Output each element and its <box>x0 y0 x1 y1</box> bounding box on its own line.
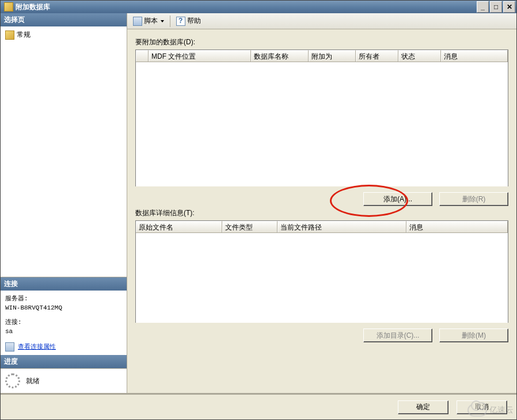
col-current-path[interactable]: 当前文件路径 <box>277 221 406 232</box>
progress-status: 就绪 <box>26 376 40 386</box>
split-area: 选择页 常规 连接 服务器: WIN-B8RVQT412MQ 连接: sa <box>1 13 516 394</box>
attach-grid-body[interactable] <box>136 62 508 186</box>
col-message[interactable]: 消息 <box>441 50 508 62</box>
connection-label: 连接: <box>5 318 122 327</box>
details-grid[interactable]: 原始文件名 文件类型 当前文件路径 消息 <box>135 220 508 323</box>
col-mdf-path[interactable]: MDF 文件位置 <box>149 50 251 62</box>
progress-body: 就绪 <box>1 368 127 393</box>
col-owner[interactable]: 所有者 <box>356 50 398 62</box>
col-selector[interactable] <box>136 50 149 62</box>
maximize-button[interactable]: □ <box>490 1 502 13</box>
cloud-icon <box>467 404 487 417</box>
progress-spinner-icon <box>5 373 20 388</box>
script-button[interactable]: 脚本 <box>131 15 166 27</box>
ok-button[interactable]: 确定 <box>398 400 448 414</box>
col-attach-as[interactable]: 附加为 <box>309 50 356 62</box>
watermark-text: 亿速云 <box>489 405 514 415</box>
dialog-footer: 确定 取消 <box>1 394 516 419</box>
col-status[interactable]: 状态 <box>398 50 441 62</box>
select-page-header: 选择页 <box>1 13 127 26</box>
server-value: WIN-B8RVQT412MQ <box>5 303 122 313</box>
chevron-down-icon <box>161 20 164 22</box>
attach-db-label: 要附加的数据库(D): <box>135 37 508 47</box>
right-pane: 脚本 帮助 要附加的数据库(D): MDF 文件位置 <box>127 13 516 393</box>
window: 附加数据库 _ □ ✕ 选择页 常规 连接 服务器: <box>0 0 517 420</box>
col-file-type[interactable]: 文件类型 <box>222 221 277 232</box>
help-button[interactable]: 帮助 <box>174 15 203 27</box>
script-label: 脚本 <box>144 16 158 26</box>
watermark: 亿速云 <box>467 404 514 417</box>
server-label: 服务器: <box>5 294 122 304</box>
sidebar-item-general[interactable]: 常规 <box>3 29 124 41</box>
titlebar: 附加数据库 _ □ ✕ <box>1 1 516 13</box>
client-area: 选择页 常规 连接 服务器: WIN-B8RVQT412MQ 连接: sa <box>1 13 516 419</box>
help-label: 帮助 <box>187 16 201 26</box>
toolbar: 脚本 帮助 <box>127 13 516 29</box>
col-orig-filename[interactable]: 原始文件名 <box>136 221 222 232</box>
attach-grid[interactable]: MDF 文件位置 数据库名称 附加为 所有者 状态 消息 <box>135 49 508 186</box>
connection-header: 连接 <box>1 277 127 291</box>
window-title: 附加数据库 <box>16 2 476 12</box>
details-buttons: 添加目录(C)... 删除(M) <box>135 329 508 342</box>
col-db-name[interactable]: 数据库名称 <box>251 50 309 62</box>
script-icon <box>133 17 142 26</box>
details-grid-header: 原始文件名 文件类型 当前文件路径 消息 <box>136 221 508 233</box>
page-list: 常规 <box>1 26 127 277</box>
attach-grid-header: MDF 文件位置 数据库名称 附加为 所有者 状态 消息 <box>136 50 508 62</box>
window-buttons: _ □ ✕ <box>476 1 515 13</box>
add-button[interactable]: 添加(A)... <box>363 192 432 206</box>
progress-section: 进度 就绪 <box>1 355 127 393</box>
add-directory-button[interactable]: 添加目录(C)... <box>363 329 432 342</box>
main-area: 要附加的数据库(D): MDF 文件位置 数据库名称 附加为 所有者 状态 消息 <box>127 29 516 393</box>
progress-header: 进度 <box>1 355 127 368</box>
left-pane: 选择页 常规 连接 服务器: WIN-B8RVQT412MQ 连接: sa <box>1 13 127 393</box>
minimize-button[interactable]: _ <box>477 1 489 13</box>
col-details-message[interactable]: 消息 <box>406 221 508 232</box>
connection-body: 服务器: WIN-B8RVQT412MQ 连接: sa 查看连接属性 <box>1 291 127 356</box>
remove-file-button[interactable]: 删除(M) <box>439 329 508 342</box>
properties-icon <box>5 342 14 352</box>
sidebar-item-label: 常规 <box>17 30 31 40</box>
page-icon <box>5 30 14 40</box>
close-button[interactable]: ✕ <box>503 1 515 13</box>
details-label: 数据库详细信息(T): <box>135 208 508 218</box>
database-icon <box>4 2 13 12</box>
help-icon <box>176 17 185 26</box>
view-connection-properties-link[interactable]: 查看连接属性 <box>18 342 56 352</box>
connection-section: 连接 服务器: WIN-B8RVQT412MQ 连接: sa 查看连接属性 <box>1 277 127 356</box>
toolbar-separator <box>170 16 170 27</box>
details-grid-body[interactable] <box>136 233 508 323</box>
attach-buttons: 添加(A)... 删除(R) <box>135 192 508 206</box>
remove-button[interactable]: 删除(R) <box>439 192 508 206</box>
connection-value: sa <box>5 327 122 337</box>
